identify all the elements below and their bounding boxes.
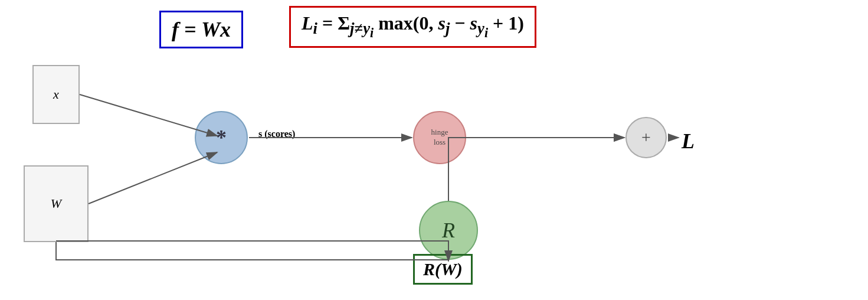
w-to-r-line bbox=[56, 241, 448, 260]
plus-label: + bbox=[641, 128, 651, 147]
hinge-loss-label: hingeloss bbox=[431, 128, 448, 148]
multiply-label: * bbox=[216, 125, 227, 150]
w-to-r-path bbox=[56, 242, 448, 260]
r-to-plus-line bbox=[448, 138, 624, 201]
l-text: L bbox=[682, 129, 695, 153]
formula-box-blue: f = Wx bbox=[159, 11, 243, 48]
w-to-multiply-arrow bbox=[89, 152, 217, 204]
multiply-node: * bbox=[195, 111, 248, 164]
scores-text: s (scores) bbox=[258, 129, 295, 139]
green-formula-text: R(W) bbox=[423, 259, 463, 279]
output-label: L bbox=[682, 129, 695, 154]
diagram-container: f = Wx Li = Σj≠yi max(0, sj − syi + 1) x… bbox=[0, 0, 868, 300]
red-formula-text: Li = Σj≠yi max(0, sj − syi + 1) bbox=[302, 12, 524, 34]
w-label: W bbox=[51, 196, 61, 211]
blue-formula-text: f = Wx bbox=[172, 18, 231, 41]
formula-box-red: Li = Σj≠yi max(0, sj − syi + 1) bbox=[289, 6, 536, 48]
scores-label: s (scores) bbox=[258, 129, 295, 139]
w-input-box: W bbox=[24, 165, 89, 242]
hinge-loss-node: hingeloss bbox=[413, 111, 466, 164]
r-label: R bbox=[442, 218, 455, 243]
plus-node: + bbox=[625, 117, 667, 158]
regularization-node: R bbox=[419, 201, 478, 260]
x-label: x bbox=[53, 87, 59, 102]
formula-box-green: R(W) bbox=[413, 254, 473, 285]
x-input-box: x bbox=[32, 65, 80, 124]
